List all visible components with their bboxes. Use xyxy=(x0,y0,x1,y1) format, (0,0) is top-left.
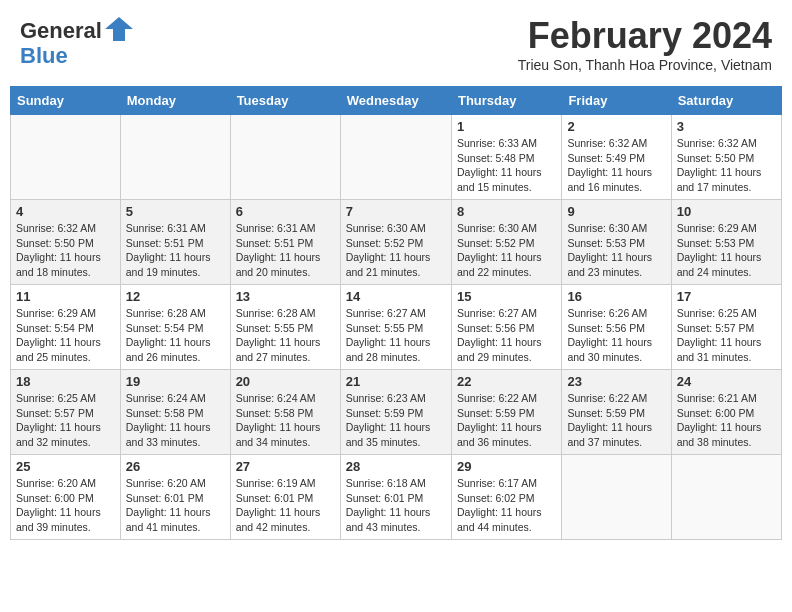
calendar-cell xyxy=(562,455,671,540)
calendar-cell: 9Sunrise: 6:30 AM Sunset: 5:53 PM Daylig… xyxy=(562,200,671,285)
day-number: 13 xyxy=(236,289,335,304)
day-info: Sunrise: 6:20 AM Sunset: 6:01 PM Dayligh… xyxy=(126,476,225,535)
day-number: 2 xyxy=(567,119,665,134)
day-info: Sunrise: 6:29 AM Sunset: 5:53 PM Dayligh… xyxy=(677,221,776,280)
calendar-header-saturday: Saturday xyxy=(671,87,781,115)
calendar-cell: 8Sunrise: 6:30 AM Sunset: 5:52 PM Daylig… xyxy=(451,200,561,285)
calendar-header-friday: Friday xyxy=(562,87,671,115)
calendar-cell: 23Sunrise: 6:22 AM Sunset: 5:59 PM Dayli… xyxy=(562,370,671,455)
calendar-cell: 29Sunrise: 6:17 AM Sunset: 6:02 PM Dayli… xyxy=(451,455,561,540)
location-subtitle: Trieu Son, Thanh Hoa Province, Vietnam xyxy=(518,57,772,73)
day-number: 17 xyxy=(677,289,776,304)
logo-blue: Blue xyxy=(20,43,68,69)
day-info: Sunrise: 6:24 AM Sunset: 5:58 PM Dayligh… xyxy=(236,391,335,450)
calendar-cell: 4Sunrise: 6:32 AM Sunset: 5:50 PM Daylig… xyxy=(11,200,121,285)
calendar-cell: 19Sunrise: 6:24 AM Sunset: 5:58 PM Dayli… xyxy=(120,370,230,455)
day-number: 20 xyxy=(236,374,335,389)
day-info: Sunrise: 6:31 AM Sunset: 5:51 PM Dayligh… xyxy=(236,221,335,280)
calendar-cell: 15Sunrise: 6:27 AM Sunset: 5:56 PM Dayli… xyxy=(451,285,561,370)
day-info: Sunrise: 6:30 AM Sunset: 5:52 PM Dayligh… xyxy=(346,221,446,280)
calendar-cell: 20Sunrise: 6:24 AM Sunset: 5:58 PM Dayli… xyxy=(230,370,340,455)
calendar-week-5: 25Sunrise: 6:20 AM Sunset: 6:00 PM Dayli… xyxy=(11,455,782,540)
day-number: 14 xyxy=(346,289,446,304)
page-header: General Blue February 2024 Trieu Son, Th… xyxy=(10,10,782,78)
day-info: Sunrise: 6:21 AM Sunset: 6:00 PM Dayligh… xyxy=(677,391,776,450)
calendar-cell: 5Sunrise: 6:31 AM Sunset: 5:51 PM Daylig… xyxy=(120,200,230,285)
day-info: Sunrise: 6:18 AM Sunset: 6:01 PM Dayligh… xyxy=(346,476,446,535)
day-info: Sunrise: 6:32 AM Sunset: 5:49 PM Dayligh… xyxy=(567,136,665,195)
day-info: Sunrise: 6:22 AM Sunset: 5:59 PM Dayligh… xyxy=(567,391,665,450)
day-number: 19 xyxy=(126,374,225,389)
day-number: 24 xyxy=(677,374,776,389)
calendar-cell: 25Sunrise: 6:20 AM Sunset: 6:00 PM Dayli… xyxy=(11,455,121,540)
day-info: Sunrise: 6:25 AM Sunset: 5:57 PM Dayligh… xyxy=(16,391,115,450)
calendar-cell xyxy=(11,115,121,200)
day-number: 10 xyxy=(677,204,776,219)
day-info: Sunrise: 6:28 AM Sunset: 5:54 PM Dayligh… xyxy=(126,306,225,365)
calendar-cell: 3Sunrise: 6:32 AM Sunset: 5:50 PM Daylig… xyxy=(671,115,781,200)
calendar-header-sunday: Sunday xyxy=(11,87,121,115)
calendar-cell: 7Sunrise: 6:30 AM Sunset: 5:52 PM Daylig… xyxy=(340,200,451,285)
day-info: Sunrise: 6:27 AM Sunset: 5:56 PM Dayligh… xyxy=(457,306,556,365)
day-info: Sunrise: 6:25 AM Sunset: 5:57 PM Dayligh… xyxy=(677,306,776,365)
day-number: 15 xyxy=(457,289,556,304)
calendar-header-monday: Monday xyxy=(120,87,230,115)
calendar-cell: 24Sunrise: 6:21 AM Sunset: 6:00 PM Dayli… xyxy=(671,370,781,455)
calendar-cell: 27Sunrise: 6:19 AM Sunset: 6:01 PM Dayli… xyxy=(230,455,340,540)
calendar-cell: 13Sunrise: 6:28 AM Sunset: 5:55 PM Dayli… xyxy=(230,285,340,370)
day-info: Sunrise: 6:31 AM Sunset: 5:51 PM Dayligh… xyxy=(126,221,225,280)
logo-bird-icon xyxy=(105,15,133,43)
day-info: Sunrise: 6:32 AM Sunset: 5:50 PM Dayligh… xyxy=(677,136,776,195)
day-number: 8 xyxy=(457,204,556,219)
calendar-cell xyxy=(230,115,340,200)
day-info: Sunrise: 6:32 AM Sunset: 5:50 PM Dayligh… xyxy=(16,221,115,280)
calendar-cell: 11Sunrise: 6:29 AM Sunset: 5:54 PM Dayli… xyxy=(11,285,121,370)
day-number: 29 xyxy=(457,459,556,474)
month-title: February 2024 xyxy=(518,15,772,57)
day-info: Sunrise: 6:30 AM Sunset: 5:52 PM Dayligh… xyxy=(457,221,556,280)
day-number: 6 xyxy=(236,204,335,219)
calendar-table: SundayMondayTuesdayWednesdayThursdayFrid… xyxy=(10,86,782,540)
day-number: 3 xyxy=(677,119,776,134)
day-number: 28 xyxy=(346,459,446,474)
calendar-cell: 18Sunrise: 6:25 AM Sunset: 5:57 PM Dayli… xyxy=(11,370,121,455)
day-info: Sunrise: 6:17 AM Sunset: 6:02 PM Dayligh… xyxy=(457,476,556,535)
calendar-cell xyxy=(340,115,451,200)
calendar-header-tuesday: Tuesday xyxy=(230,87,340,115)
day-info: Sunrise: 6:23 AM Sunset: 5:59 PM Dayligh… xyxy=(346,391,446,450)
day-info: Sunrise: 6:26 AM Sunset: 5:56 PM Dayligh… xyxy=(567,306,665,365)
day-info: Sunrise: 6:20 AM Sunset: 6:00 PM Dayligh… xyxy=(16,476,115,535)
day-info: Sunrise: 6:22 AM Sunset: 5:59 PM Dayligh… xyxy=(457,391,556,450)
day-number: 23 xyxy=(567,374,665,389)
calendar-week-4: 18Sunrise: 6:25 AM Sunset: 5:57 PM Dayli… xyxy=(11,370,782,455)
day-number: 5 xyxy=(126,204,225,219)
day-number: 12 xyxy=(126,289,225,304)
day-info: Sunrise: 6:30 AM Sunset: 5:53 PM Dayligh… xyxy=(567,221,665,280)
title-section: February 2024 Trieu Son, Thanh Hoa Provi… xyxy=(518,15,772,73)
calendar-cell: 14Sunrise: 6:27 AM Sunset: 5:55 PM Dayli… xyxy=(340,285,451,370)
day-number: 1 xyxy=(457,119,556,134)
day-number: 7 xyxy=(346,204,446,219)
calendar-cell: 28Sunrise: 6:18 AM Sunset: 6:01 PM Dayli… xyxy=(340,455,451,540)
calendar-cell xyxy=(671,455,781,540)
day-number: 11 xyxy=(16,289,115,304)
calendar-cell: 26Sunrise: 6:20 AM Sunset: 6:01 PM Dayli… xyxy=(120,455,230,540)
calendar-cell: 12Sunrise: 6:28 AM Sunset: 5:54 PM Dayli… xyxy=(120,285,230,370)
day-info: Sunrise: 6:24 AM Sunset: 5:58 PM Dayligh… xyxy=(126,391,225,450)
day-number: 16 xyxy=(567,289,665,304)
day-number: 22 xyxy=(457,374,556,389)
day-info: Sunrise: 6:27 AM Sunset: 5:55 PM Dayligh… xyxy=(346,306,446,365)
calendar-week-3: 11Sunrise: 6:29 AM Sunset: 5:54 PM Dayli… xyxy=(11,285,782,370)
calendar-cell: 17Sunrise: 6:25 AM Sunset: 5:57 PM Dayli… xyxy=(671,285,781,370)
calendar-cell: 22Sunrise: 6:22 AM Sunset: 5:59 PM Dayli… xyxy=(451,370,561,455)
day-info: Sunrise: 6:28 AM Sunset: 5:55 PM Dayligh… xyxy=(236,306,335,365)
calendar-cell: 2Sunrise: 6:32 AM Sunset: 5:49 PM Daylig… xyxy=(562,115,671,200)
calendar-header-wednesday: Wednesday xyxy=(340,87,451,115)
day-number: 21 xyxy=(346,374,446,389)
calendar-header-thursday: Thursday xyxy=(451,87,561,115)
calendar-week-2: 4Sunrise: 6:32 AM Sunset: 5:50 PM Daylig… xyxy=(11,200,782,285)
day-number: 25 xyxy=(16,459,115,474)
calendar-cell: 16Sunrise: 6:26 AM Sunset: 5:56 PM Dayli… xyxy=(562,285,671,370)
day-number: 4 xyxy=(16,204,115,219)
day-number: 18 xyxy=(16,374,115,389)
